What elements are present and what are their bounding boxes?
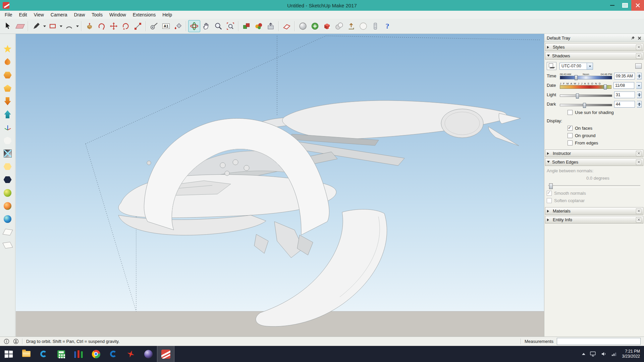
section-close-icon[interactable] <box>636 217 641 223</box>
dark-slider[interactable] <box>560 102 612 108</box>
share-model-tool[interactable] <box>265 20 277 32</box>
soften-slider-thumb[interactable] <box>549 183 553 189</box>
tape-measure-tool[interactable] <box>148 20 160 32</box>
menu-help[interactable]: Help <box>159 11 175 18</box>
section-instructor[interactable]: Instructor <box>545 149 643 157</box>
text-tool[interactable]: A1 <box>160 20 172 32</box>
section-plane-tool[interactable] <box>281 20 293 32</box>
date-slider[interactable]: J F M A M J J A S O N D <box>560 82 611 89</box>
arc-tool[interactable] <box>63 20 75 32</box>
section-close-icon[interactable] <box>636 151 641 156</box>
menu-window[interactable]: Window <box>106 11 129 18</box>
section-close-icon[interactable] <box>636 208 641 214</box>
taskbar-chrome[interactable] <box>87 346 105 362</box>
soften-edges-tool[interactable] <box>357 20 369 32</box>
timezone-select[interactable]: UTC-07:00 <box>559 63 593 70</box>
paint-bucket-tool[interactable] <box>172 20 184 32</box>
date-slider-thumb[interactable] <box>604 84 607 89</box>
shape-tool-hex-prism[interactable] <box>3 71 12 79</box>
network-signal-icon[interactable] <box>611 351 618 357</box>
combo-arrow-icon[interactable] <box>587 63 593 69</box>
zoom-tool[interactable] <box>212 20 224 32</box>
shape-tool-star[interactable] <box>3 45 12 53</box>
zoom-extents-tool[interactable] <box>224 20 236 32</box>
section-close-icon[interactable] <box>636 160 641 165</box>
dark-value-box[interactable]: 44 <box>614 101 635 108</box>
menu-edit[interactable]: Edit <box>16 11 31 18</box>
rectangle-tool[interactable] <box>47 20 59 32</box>
soften-coplanar-checkbox[interactable] <box>547 198 552 203</box>
section-shadows[interactable]: Shadows <box>545 52 643 60</box>
on-faces-checkbox[interactable] <box>568 126 573 131</box>
eraser-tool[interactable] <box>14 20 26 32</box>
dark-spinner[interactable] <box>637 101 642 108</box>
line-tool[interactable] <box>30 20 42 32</box>
time-slider[interactable]: 06:43 AM Noon 04:46 PM <box>560 73 612 79</box>
section-close-icon[interactable] <box>636 53 641 59</box>
sphere-tool-green[interactable] <box>3 188 12 197</box>
geolocation-button[interactable] <box>3 339 9 345</box>
shape-tool-arrow-down[interactable] <box>3 97 12 106</box>
toggle-shadows-button[interactable] <box>547 62 556 70</box>
viewport-3d[interactable] <box>16 34 544 337</box>
add-location-tool[interactable] <box>309 20 321 32</box>
monitor-icon[interactable] <box>590 351 596 357</box>
soften-slider[interactable] <box>548 185 640 187</box>
section-entity-info[interactable]: Entity Info <box>545 216 643 224</box>
rotate-tool[interactable] <box>120 20 132 32</box>
light-value-box[interactable]: 31 <box>614 92 635 98</box>
tray-chevron-up-icon[interactable] <box>582 351 585 355</box>
taskbar-clo[interactable] <box>105 346 122 362</box>
maximize-button[interactable] <box>619 0 631 11</box>
shadow-display-icon[interactable] <box>635 63 642 69</box>
photo-textures-tool[interactable] <box>321 20 333 32</box>
move-tool[interactable] <box>108 20 120 32</box>
light-slider-thumb[interactable] <box>576 94 579 99</box>
taskbar-calculator[interactable] <box>52 346 70 362</box>
menu-extensions[interactable]: Extensions <box>129 11 159 18</box>
extension-warehouse-tool[interactable] <box>253 20 265 32</box>
orbit-tool[interactable] <box>188 20 200 32</box>
menu-tools[interactable]: Tools <box>88 11 106 18</box>
sphere-tool-blue[interactable] <box>3 215 12 223</box>
taskbar-acrobat[interactable] <box>122 346 140 362</box>
time-slider-thumb[interactable] <box>575 75 578 80</box>
plane-tool-left[interactable] <box>3 228 12 236</box>
speaker-icon[interactable] <box>601 351 607 357</box>
section-materials[interactable]: Materials <box>545 207 643 215</box>
arc-tool-dropdown[interactable] <box>75 20 79 32</box>
styles-tool[interactable] <box>333 20 345 32</box>
upload-model-tool[interactable] <box>345 20 357 32</box>
gradient-swatch-tool[interactable] <box>3 149 12 158</box>
shape-tool-dome[interactable] <box>3 84 12 93</box>
follow-me-tool[interactable] <box>96 20 108 32</box>
start-button[interactable] <box>0 346 17 362</box>
taskbar-clock[interactable]: 7:21 PM 3/23/2022 <box>622 349 640 359</box>
light-spinner[interactable] <box>637 92 642 98</box>
use-sun-checkbox[interactable] <box>568 110 573 115</box>
shaded-style-tool[interactable] <box>297 20 309 32</box>
get-models-tool[interactable] <box>240 20 253 32</box>
date-dropdown[interactable] <box>636 82 642 89</box>
smooth-normals-checkbox[interactable] <box>547 191 552 196</box>
shape-tool-polygon[interactable] <box>3 136 12 145</box>
pin-icon[interactable] <box>631 36 635 40</box>
push-pull-tool[interactable] <box>84 20 96 32</box>
shape-tool-cone[interactable] <box>3 58 12 66</box>
menu-file[interactable]: File <box>1 11 16 18</box>
close-button[interactable] <box>631 0 644 11</box>
measurements-input[interactable] <box>557 338 641 345</box>
light-slider[interactable] <box>560 93 612 98</box>
components-tool[interactable] <box>369 20 381 32</box>
credits-button[interactable] <box>13 339 19 345</box>
taskbar-file-explorer[interactable] <box>17 346 35 362</box>
section-styles[interactable]: Styles <box>545 43 643 51</box>
plane-tool-right[interactable] <box>3 241 12 249</box>
menu-draw[interactable]: Draw <box>71 11 89 18</box>
shape-tool-hexagon[interactable] <box>3 162 12 171</box>
on-ground-checkbox[interactable] <box>568 133 573 138</box>
time-spinner[interactable] <box>637 73 642 79</box>
sphere-tool-orange[interactable] <box>3 201 12 210</box>
date-value-box[interactable]: 11/08 <box>613 82 634 89</box>
help-tool[interactable]: ? <box>381 20 393 32</box>
